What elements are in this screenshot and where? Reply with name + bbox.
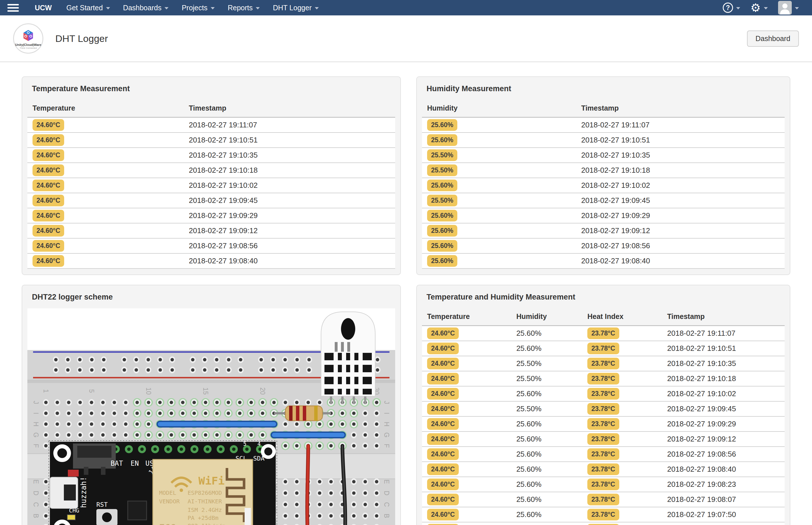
badge-cell: 23.78°C bbox=[582, 341, 662, 356]
text-cell: 2018-02-27 19:08:56 bbox=[662, 447, 785, 462]
text-cell: 2018-02-27 19:07:34 bbox=[662, 522, 785, 525]
svg-text:G: G bbox=[32, 432, 40, 437]
hamburger-bar bbox=[8, 4, 19, 5]
svg-text:5: 5 bbox=[88, 389, 95, 393]
panel-title: DHT22 logger scheme bbox=[32, 293, 395, 302]
table-row: 24.60°C25.50%23.78°C2018-02-27 19:07:34 bbox=[422, 522, 785, 525]
badge-cell: 24.60°C bbox=[422, 462, 511, 477]
svg-text:ESP8266MOD: ESP8266MOD bbox=[188, 489, 222, 496]
value-badge: 23.78°C bbox=[587, 403, 619, 415]
value-badge: 25.50% bbox=[427, 164, 457, 176]
brand-link[interactable]: UCW bbox=[31, 4, 56, 12]
dashboard-grid: Temperature Measurement TemperatureTimes… bbox=[0, 62, 812, 525]
text-cell: 25.60% bbox=[511, 477, 582, 492]
text-cell: 2018-02-27 19:10:02 bbox=[576, 178, 785, 193]
text-cell: 25.60% bbox=[511, 492, 582, 507]
text-cell: 2018-02-27 19:11:07 bbox=[576, 117, 785, 133]
badge-cell: 25.60% bbox=[422, 253, 576, 269]
badge-cell: 24.60°C bbox=[27, 178, 183, 193]
column-header: Heat Index bbox=[582, 309, 662, 326]
nav-item-get-started[interactable]: Get Started bbox=[60, 0, 117, 15]
text-cell: 2018-02-27 19:10:35 bbox=[183, 148, 395, 163]
text-cell: 2018-02-27 19:09:29 bbox=[662, 416, 785, 432]
humidity-table: HumidityTimestamp25.60%2018-02-27 19:11:… bbox=[422, 100, 785, 269]
badge-cell: 24.60°C bbox=[422, 371, 511, 386]
nav-item-label: DHT Logger bbox=[273, 4, 312, 12]
logo-text: Unity|Cloud|Ware bbox=[15, 43, 41, 46]
value-badge: 25.50% bbox=[427, 149, 457, 161]
value-badge: 24.60°C bbox=[32, 180, 64, 191]
badge-cell: 24.60°C bbox=[27, 253, 183, 269]
svg-text:VENDOR: VENDOR bbox=[159, 498, 180, 505]
mounting-hole bbox=[55, 522, 69, 525]
panel-combined: Temperature and Humidity Measurement Tem… bbox=[416, 285, 790, 525]
badge-cell: 24.60°C bbox=[27, 117, 183, 133]
nav-item-label: Get Started bbox=[67, 4, 103, 12]
table-row: 24.60°C25.60%23.78°C2018-02-27 19:11:07 bbox=[422, 326, 785, 341]
svg-text:D: D bbox=[383, 491, 390, 496]
mounting-hole bbox=[55, 446, 69, 460]
column-header: Temperature bbox=[422, 309, 511, 326]
value-badge: 23.78°C bbox=[587, 448, 619, 460]
nav-item-dashboards[interactable]: Dashboards bbox=[117, 0, 175, 15]
chevron-down-icon bbox=[256, 7, 260, 10]
svg-text:I: I bbox=[383, 412, 390, 414]
column-header: Timestamp bbox=[662, 309, 785, 326]
text-cell: 2018-02-27 19:10:02 bbox=[662, 386, 785, 401]
value-badge: 25.60% bbox=[427, 255, 457, 267]
table-row: 25.50%2018-02-27 19:10:35 bbox=[422, 148, 785, 163]
person-icon bbox=[778, 1, 792, 15]
badge-cell: 24.60°C bbox=[27, 193, 183, 208]
badge-cell: 23.78°C bbox=[582, 386, 662, 401]
table-row: 24.60°C25.50%23.78°C2018-02-27 19:10:18 bbox=[422, 371, 785, 386]
text-cell: 2018-02-27 19:11:07 bbox=[662, 326, 785, 341]
help-menu[interactable]: ? bbox=[719, 3, 744, 13]
text-cell: 2018-02-27 19:10:02 bbox=[183, 178, 395, 193]
value-badge: 23.78°C bbox=[587, 494, 619, 505]
text-cell: 2018-02-27 19:08:56 bbox=[183, 238, 395, 253]
svg-text:15: 15 bbox=[202, 387, 209, 395]
value-badge: 24.60°C bbox=[32, 195, 64, 206]
dashboard-button[interactable]: Dashboard bbox=[747, 30, 799, 47]
value-badge: 23.78°C bbox=[587, 433, 619, 445]
text-cell: 2018-02-27 19:10:51 bbox=[183, 133, 395, 148]
panel-title: Humidity Measurement bbox=[427, 84, 785, 93]
badge-cell: 23.78°C bbox=[582, 326, 662, 341]
wifi-label: WiFi bbox=[198, 475, 225, 487]
nav-item-dht-logger[interactable]: DHT Logger bbox=[266, 0, 325, 15]
nav-item-projects[interactable]: Projects bbox=[175, 0, 221, 15]
badge-cell: 25.60% bbox=[422, 117, 576, 133]
value-badge: 23.78°C bbox=[587, 418, 619, 430]
app-logo: Unity|Cloud|Ware Think Connected bbox=[13, 24, 43, 54]
nav-item-reports[interactable]: Reports bbox=[221, 0, 267, 15]
badge-cell: 25.50% bbox=[422, 148, 576, 163]
text-cell: 25.50% bbox=[511, 401, 582, 416]
text-cell: 2018-02-27 19:10:18 bbox=[662, 371, 785, 386]
table-row: 24.60°C25.60%23.78°C2018-02-27 19:09:29 bbox=[422, 416, 785, 432]
svg-text:E: E bbox=[383, 479, 390, 484]
text-cell: 25.50% bbox=[511, 356, 582, 371]
text-cell: 25.60% bbox=[511, 462, 582, 477]
rst-label: RST bbox=[97, 501, 108, 508]
value-badge: 24.60°C bbox=[427, 418, 459, 430]
settings-menu[interactable]: ⚙ bbox=[747, 2, 772, 13]
text-cell: 2018-02-27 19:10:51 bbox=[662, 341, 785, 356]
value-badge: 24.60°C bbox=[427, 403, 459, 415]
table-row: 24.60°C25.60%23.78°C2018-02-27 19:10:02 bbox=[422, 386, 785, 401]
user-menu[interactable] bbox=[774, 1, 803, 15]
value-badge: 23.78°C bbox=[587, 509, 619, 521]
badge-cell: 24.60°C bbox=[422, 386, 511, 401]
value-badge: 23.78°C bbox=[587, 343, 619, 354]
table-row: 24.60°C2018-02-27 19:10:35 bbox=[27, 148, 395, 163]
text-cell: 2018-02-27 19:11:07 bbox=[183, 117, 395, 133]
red-wire bbox=[307, 446, 308, 525]
hamburger-menu-icon[interactable] bbox=[8, 4, 19, 12]
help-icon: ? bbox=[723, 3, 733, 13]
svg-text:EN: EN bbox=[131, 460, 139, 467]
value-badge: 25.60% bbox=[427, 240, 457, 252]
chevron-down-icon bbox=[736, 7, 740, 10]
value-badge: 24.60°C bbox=[427, 373, 459, 385]
text-cell: 2018-02-27 19:08:23 bbox=[662, 477, 785, 492]
text-cell: 2018-02-27 19:09:29 bbox=[183, 208, 395, 223]
value-badge: 23.78°C bbox=[587, 373, 619, 385]
